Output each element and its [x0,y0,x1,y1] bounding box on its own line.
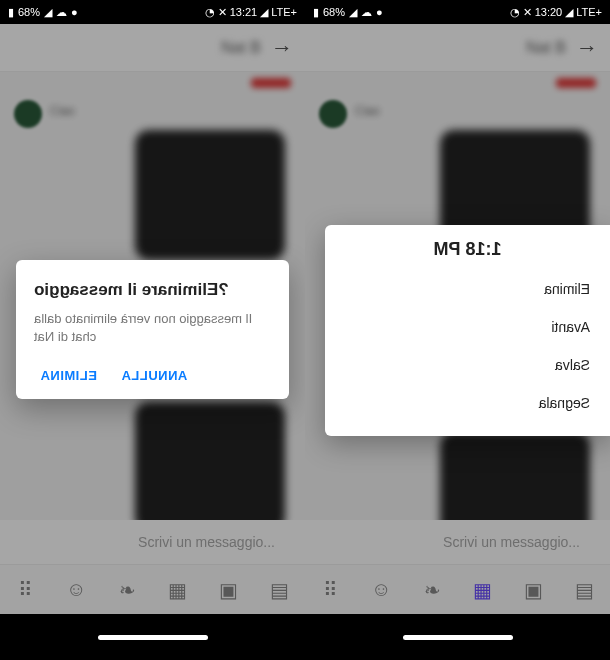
signal-icon: ◢ [260,6,268,19]
message-context-menu: 1:18 PM Elimina Avanti Salva Segnala [325,225,610,436]
cloud-icon: ☁ [361,6,372,19]
cloud-icon: ☁ [56,6,67,19]
context-item-delete[interactable]: Elimina [345,270,590,308]
network-text: LTE+ [576,6,602,18]
delete-dialog: Eliminare il messaggio? Il messaggio non… [16,260,289,399]
context-timestamp: 1:18 PM [345,239,590,260]
right-screenshot: ▮ 68% ◢ ☁ ● ◔ ✕ 13:20 ◢ LTE+ Nat B → Cia… [305,0,610,660]
wifi-icon: ◢ [44,6,52,19]
status-bar: ▮ 68% ◢ ☁ ● ◔ ✕ 13:20 ◢ LTE+ [305,0,610,24]
battery-icon: ▮ [8,6,14,19]
context-item-forward[interactable]: Avanti [345,308,590,346]
status-time: 13:21 [230,6,258,18]
home-indicator[interactable] [98,635,208,640]
notif-icon: ✕ [523,6,532,19]
dot-icon: ● [71,6,78,18]
cancel-button[interactable]: ANNULLA [121,368,187,383]
notif-icon: ◔ [205,6,215,19]
left-screenshot: ▮ 68% ◢ ☁ ● ◔ ✕ 13:21 ◢ LTE+ Nat B → Cia… [0,0,305,660]
notif-icon: ◔ [510,6,520,19]
battery-text: 68% [18,6,40,18]
android-nav-bar [0,614,305,660]
status-time: 13:20 [535,6,563,18]
notif-icon: ✕ [218,6,227,19]
home-indicator[interactable] [403,635,513,640]
android-nav-bar [305,614,610,660]
battery-icon: ▮ [313,6,319,19]
dot-icon: ● [376,6,383,18]
confirm-button[interactable]: ELIMINA [40,368,97,383]
signal-icon: ◢ [565,6,573,19]
network-text: LTE+ [271,6,297,18]
dialog-actions: ELIMINA ANNULLA [34,368,271,391]
context-item-save[interactable]: Salva [345,346,590,384]
dialog-body: Il messaggio non verrà eliminato dalla c… [34,310,271,346]
battery-text: 68% [323,6,345,18]
dialog-title: Eliminare il messaggio? [34,280,271,300]
status-bar: ▮ 68% ◢ ☁ ● ◔ ✕ 13:21 ◢ LTE+ [0,0,305,24]
context-item-report[interactable]: Segnala [345,384,590,422]
wifi-icon: ◢ [349,6,357,19]
